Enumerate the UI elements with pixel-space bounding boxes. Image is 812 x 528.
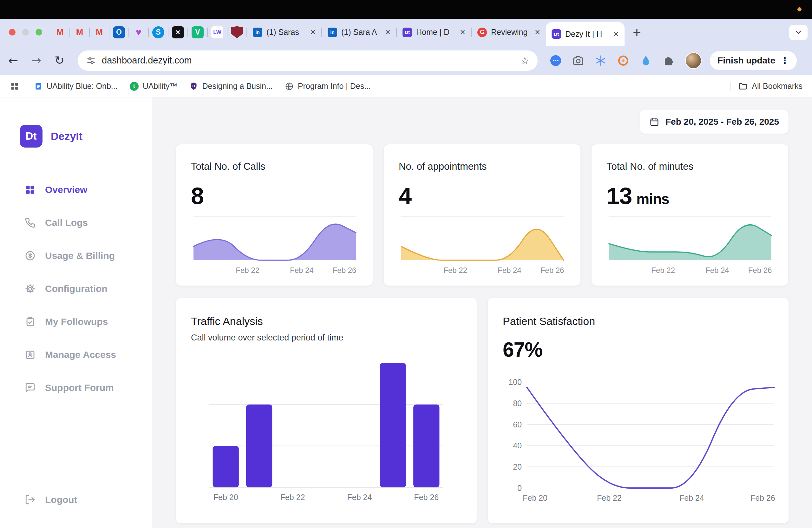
satisfaction-line-chart: 020406080100Feb 20Feb 22Feb 24Feb 26 bbox=[527, 382, 774, 504]
logout-button[interactable]: Logout bbox=[25, 494, 77, 505]
x-pinned-tab[interactable]: ✕ bbox=[172, 26, 184, 38]
bookmark-item-uability[interactable]: t UAbility™ bbox=[130, 82, 178, 91]
profile-avatar[interactable] bbox=[685, 52, 701, 69]
tab-search-chevron-button[interactable] bbox=[789, 25, 808, 40]
bookmarks-separator bbox=[730, 82, 731, 91]
calendar-icon bbox=[650, 117, 659, 127]
camera-extension-icon[interactable] bbox=[572, 55, 584, 67]
v-pinned-tab[interactable]: V bbox=[192, 26, 204, 38]
tab-linkedin-1[interactable]: in (1) Saras × bbox=[247, 19, 321, 46]
orange-ring-extension-icon[interactable] bbox=[617, 55, 629, 67]
brand[interactable]: Dt DezyIt bbox=[20, 125, 83, 147]
stat-card-total-calls: Total No. of Calls 8 Feb 22Feb 24Feb 26 bbox=[176, 144, 373, 286]
date-range-picker[interactable]: Feb 20, 2025 - Feb 26, 2025 bbox=[640, 110, 789, 134]
stat-value: 4 bbox=[399, 183, 416, 210]
tab-linkedin-2[interactable]: in (1) Sara A × bbox=[322, 19, 396, 46]
sidebar-item-my-followups[interactable]: My Followups bbox=[0, 305, 152, 338]
tab-separator bbox=[109, 28, 110, 37]
tab-separator bbox=[148, 28, 149, 37]
dezyit-icon: Dt bbox=[552, 29, 561, 39]
browser-toolbar: ← → ↻ dashboard.dezyit.com ☆ Finish upda… bbox=[0, 46, 812, 75]
close-tab-icon[interactable]: × bbox=[535, 28, 540, 37]
browser-tab-strip: M M M O ♥ S ✕ V LW in (1) Saras × in (1)… bbox=[0, 19, 812, 46]
linkedin-icon: in bbox=[328, 28, 337, 37]
grammarly-icon: G bbox=[477, 28, 487, 37]
stat-card-appointments: No. of appointments 4 Feb 22Feb 24Feb 26 bbox=[383, 144, 581, 286]
snowflake-extension-icon[interactable] bbox=[595, 55, 607, 67]
traffic-analysis-card: Traffic Analysis Call volume over select… bbox=[176, 298, 477, 524]
appointments-sparkline-chart: Feb 22Feb 24Feb 26 bbox=[401, 217, 564, 273]
new-tab-button[interactable]: + bbox=[633, 25, 641, 40]
sidebar-item-label: Usage & Billing bbox=[45, 251, 115, 261]
extensions-puzzle-icon[interactable] bbox=[662, 55, 675, 67]
sidebar-item-label: My Followups bbox=[45, 316, 108, 327]
waterdrop-extension-icon[interactable] bbox=[640, 55, 652, 67]
tab-dezyit-active[interactable]: Dt Dezy It | H × bbox=[546, 22, 625, 46]
panel-title: Patient Satisfaction bbox=[503, 315, 595, 327]
stat-cards-row: Total No. of Calls 8 Feb 22Feb 24Feb 26 … bbox=[176, 144, 788, 286]
menubar-recording-dot bbox=[797, 7, 801, 11]
gmail-pinned-tab-2[interactable]: M bbox=[74, 26, 86, 38]
bookmark-label: UAbility Blue: Onb... bbox=[47, 82, 118, 91]
svg-text:U: U bbox=[192, 84, 195, 88]
apps-grid-icon[interactable] bbox=[10, 81, 20, 91]
sidebar-item-call-logs[interactable]: Call Logs bbox=[0, 206, 152, 239]
finish-update-button[interactable]: Finish update ⋮ bbox=[710, 51, 797, 70]
sidebar-item-manage-access[interactable]: Manage Access bbox=[0, 338, 152, 371]
zoom-window-button[interactable] bbox=[35, 29, 42, 35]
close-window-button[interactable] bbox=[9, 29, 16, 35]
gmail-pinned-tab-3[interactable]: M bbox=[93, 26, 105, 38]
url-text[interactable]: dashboard.dezyit.com bbox=[102, 55, 192, 66]
bottom-panels-row: Traffic Analysis Call volume over select… bbox=[176, 298, 789, 524]
stat-card-total-minutes: Total No. of minutes 13mins Feb 22Feb 24… bbox=[591, 144, 788, 286]
gmail-pinned-tab-1[interactable]: M bbox=[54, 26, 66, 38]
tab-reviewing[interactable]: G Reviewing × bbox=[472, 19, 546, 46]
close-tab-icon[interactable]: × bbox=[460, 28, 465, 37]
traffic-bar-chart: Feb 20Feb 22Feb 24Feb 26 bbox=[209, 363, 443, 505]
linkedin-icon: in bbox=[253, 28, 262, 37]
sidebar-item-usage-billing[interactable]: Usage & Billing bbox=[0, 239, 152, 272]
panel-subtitle: Call volume over selected period of time bbox=[191, 333, 343, 343]
grid-icon bbox=[25, 184, 35, 195]
forward-button[interactable]: → bbox=[31, 54, 41, 67]
close-tab-icon[interactable]: × bbox=[310, 28, 316, 37]
all-bookmarks-button[interactable]: All Bookmarks bbox=[724, 82, 802, 91]
minimize-window-button[interactable] bbox=[22, 29, 29, 35]
outlook-pinned-tab[interactable]: O bbox=[113, 26, 125, 38]
svg-text:Feb 22: Feb 22 bbox=[236, 266, 259, 274]
bookmark-item-uability-blue[interactable]: UAbility Blue: Onb... bbox=[34, 82, 118, 91]
bookmark-star-icon[interactable]: ☆ bbox=[520, 55, 530, 67]
reload-button[interactable]: ↻ bbox=[55, 54, 64, 67]
omnibox[interactable]: dashboard.dezyit.com ☆ bbox=[78, 51, 538, 71]
bookmark-item-program-info[interactable]: Program Info | Des... bbox=[285, 82, 371, 91]
stat-title: Total No. of minutes bbox=[607, 161, 693, 172]
phone-icon bbox=[25, 217, 35, 228]
lw-pinned-tab[interactable]: LW bbox=[211, 26, 223, 38]
calls-sparkline: Feb 22Feb 24Feb 26 bbox=[193, 216, 356, 259]
bookmarks-bar: UAbility Blue: Onb... t UAbility™ U Desi… bbox=[0, 75, 812, 97]
dezyit-icon: Dt bbox=[403, 28, 412, 37]
kebab-menu-icon[interactable]: ⋮ bbox=[780, 55, 789, 66]
chat-extension-icon[interactable] bbox=[550, 55, 562, 67]
close-tab-icon[interactable]: × bbox=[385, 28, 390, 37]
skype-pinned-tab[interactable]: S bbox=[152, 26, 164, 38]
tab-title: Reviewing bbox=[491, 28, 531, 37]
sidebar-nav: Overview Call Logs Usage & Billing Confi… bbox=[0, 173, 152, 404]
crest-pinned-tab[interactable] bbox=[231, 26, 243, 38]
satisfaction-percentage: 67% bbox=[503, 338, 542, 361]
calls-sparkline-chart: Feb 22Feb 24Feb 26 bbox=[193, 217, 356, 273]
svg-text:Feb 24: Feb 24 bbox=[347, 493, 372, 502]
heart-pinned-tab[interactable]: ♥ bbox=[133, 26, 145, 38]
bookmark-item-designing-business[interactable]: U Designing a Busin... bbox=[189, 82, 273, 91]
sidebar-item-support-forum[interactable]: Support Forum bbox=[0, 371, 152, 404]
chevron-down-icon bbox=[794, 28, 802, 37]
tab-separator bbox=[70, 28, 70, 37]
sidebar-item-overview[interactable]: Overview bbox=[0, 173, 152, 206]
back-button[interactable]: ← bbox=[8, 54, 18, 67]
sidebar-item-configuration[interactable]: Configuration bbox=[0, 272, 152, 305]
tab-title: (1) Saras bbox=[266, 28, 306, 37]
tab-dezyit-home[interactable]: Dt Home | D × bbox=[397, 19, 471, 46]
close-tab-icon[interactable]: × bbox=[613, 29, 619, 39]
site-settings-tune-icon[interactable] bbox=[86, 56, 96, 66]
svg-text:Feb 24: Feb 24 bbox=[498, 266, 521, 274]
